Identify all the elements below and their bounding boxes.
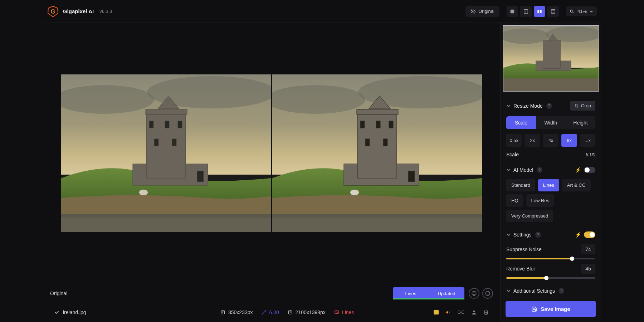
dimensions-in-icon bbox=[220, 310, 225, 315]
slider-thumb[interactable] bbox=[544, 276, 548, 280]
svg-line-10 bbox=[572, 12, 574, 13]
canvas-area[interactable] bbox=[46, 23, 497, 283]
view-single-button[interactable] bbox=[507, 6, 518, 17]
scale-0-5x[interactable]: 0.5x bbox=[506, 134, 522, 147]
result-model-label: Lines bbox=[393, 291, 429, 296]
svg-rect-40 bbox=[383, 139, 387, 146]
slider-remove-blur: Remove Blur 45 bbox=[506, 264, 595, 279]
slider-value[interactable]: 74 bbox=[581, 244, 595, 254]
settings-section-label: Settings bbox=[513, 232, 532, 238]
audio-compare-icon[interactable] bbox=[445, 309, 451, 315]
sidebar: Resize Mode ? Crop Scale Width Height 0.… bbox=[500, 23, 601, 322]
crop-button[interactable]: Crop bbox=[570, 101, 595, 111]
save-icon bbox=[531, 306, 537, 312]
svg-rect-23 bbox=[154, 139, 158, 146]
slider-value[interactable]: 45 bbox=[581, 264, 595, 274]
model-artcg[interactable]: Art & CG bbox=[562, 179, 591, 191]
view-sidebyside-button[interactable] bbox=[534, 6, 545, 17]
chevron-down-icon bbox=[506, 289, 511, 293]
color-tag-icon[interactable] bbox=[433, 309, 439, 315]
save-image-button[interactable]: Save Image bbox=[506, 301, 596, 317]
svg-rect-55 bbox=[434, 310, 439, 314]
navigator-thumbnail[interactable] bbox=[503, 25, 599, 92]
scale-label: Scale bbox=[506, 152, 519, 157]
help-icon[interactable]: ? bbox=[558, 288, 564, 294]
slider-thumb[interactable] bbox=[570, 257, 574, 261]
original-label: Original bbox=[478, 9, 494, 14]
svg-rect-22 bbox=[178, 121, 182, 128]
svg-rect-52 bbox=[288, 311, 292, 314]
scale-custom[interactable]: ...x bbox=[580, 134, 595, 147]
app-name: Gigapixel AI bbox=[63, 8, 94, 14]
topbar: G Gigapixel AI v6.3.3 Original 41% bbox=[43, 0, 601, 23]
svg-rect-6 bbox=[551, 9, 555, 13]
svg-rect-37 bbox=[376, 121, 380, 128]
scale-4x[interactable]: 4x bbox=[543, 134, 558, 147]
feedback-neutral-button[interactable] bbox=[482, 288, 493, 299]
svg-rect-18 bbox=[146, 109, 187, 114]
section-settings-header[interactable]: Settings ? ⚡ bbox=[506, 229, 595, 240]
view-grid-button[interactable] bbox=[547, 6, 559, 17]
scale-6x[interactable]: 6x bbox=[561, 134, 577, 147]
svg-rect-15 bbox=[61, 218, 271, 232]
help-icon[interactable]: ? bbox=[537, 167, 542, 173]
section-additional-header[interactable]: Additional Settings ? bbox=[506, 286, 595, 296]
result-status-label: Updated bbox=[429, 291, 464, 296]
svg-rect-25 bbox=[197, 171, 204, 182]
model-lines[interactable]: Lines bbox=[538, 179, 559, 191]
view-mode-group bbox=[506, 5, 560, 18]
scale-2x[interactable]: 2x bbox=[525, 134, 540, 147]
additional-section-label: Additional Settings bbox=[513, 288, 555, 294]
help-icon[interactable]: ? bbox=[535, 232, 541, 238]
resize-section-label: Resize Mode bbox=[513, 103, 543, 109]
gc-icon[interactable]: GC bbox=[458, 310, 465, 315]
scale-icon bbox=[262, 310, 267, 315]
svg-line-51 bbox=[262, 310, 266, 314]
svg-rect-34 bbox=[357, 109, 398, 114]
help-icon[interactable]: ? bbox=[546, 103, 552, 109]
slider-label: Suppress Noise bbox=[506, 247, 542, 252]
svg-rect-60 bbox=[503, 78, 599, 91]
model-hq[interactable]: HQ bbox=[506, 194, 523, 207]
labels-row: Original Lines Updated bbox=[46, 283, 497, 302]
resize-tab-height[interactable]: Height bbox=[566, 116, 595, 129]
slider-track[interactable] bbox=[506, 258, 595, 259]
preview-processed bbox=[272, 74, 482, 232]
chevron-down-icon bbox=[590, 10, 593, 13]
stat-output-dim: 2100x1398px bbox=[288, 309, 326, 315]
zoom-control[interactable]: 41% bbox=[566, 6, 597, 16]
stat-model: Lines bbox=[334, 309, 354, 315]
feedback-happy-button[interactable] bbox=[469, 288, 479, 299]
stat-original-dim: 350x233px bbox=[220, 309, 253, 315]
resize-tab-width[interactable]: Width bbox=[536, 116, 566, 129]
save-label: Save Image bbox=[541, 306, 570, 312]
settings-auto-toggle[interactable] bbox=[584, 231, 595, 238]
logo-title-group: G Gigapixel AI v6.3.3 bbox=[47, 6, 226, 17]
dimensions-out-icon bbox=[288, 310, 293, 315]
model-lowres[interactable]: Low Res bbox=[526, 194, 555, 207]
svg-point-54 bbox=[336, 311, 336, 312]
slider-track[interactable] bbox=[506, 277, 595, 279]
aimodel-auto-toggle[interactable] bbox=[584, 167, 595, 173]
result-pill[interactable]: Lines Updated bbox=[393, 287, 464, 299]
eye-off-icon bbox=[470, 9, 475, 14]
scale-value: 6.00 bbox=[586, 152, 595, 157]
svg-point-45 bbox=[475, 293, 475, 293]
svg-rect-4 bbox=[537, 10, 539, 13]
trash-icon[interactable] bbox=[483, 309, 489, 315]
svg-rect-5 bbox=[540, 10, 542, 13]
model-verycompressed[interactable]: Very Compressed bbox=[506, 210, 553, 222]
section-aimodel-header[interactable]: AI Model ? ⚡ bbox=[506, 165, 595, 175]
file-row: ireland.jpg 350x233px 6.00 2100x1398px L… bbox=[46, 302, 497, 322]
toggle-original-button[interactable]: Original bbox=[465, 6, 499, 17]
svg-rect-41 bbox=[408, 171, 415, 182]
svg-point-26 bbox=[139, 190, 148, 195]
view-split-button[interactable] bbox=[520, 6, 532, 17]
crop-icon bbox=[575, 104, 579, 108]
resize-tab-scale[interactable]: Scale bbox=[506, 116, 536, 129]
model-standard[interactable]: Standard bbox=[506, 179, 535, 191]
face-detect-icon[interactable] bbox=[471, 309, 477, 315]
file-name: ireland.jpg bbox=[63, 309, 86, 315]
stat-scale-factor: 6.00 bbox=[262, 309, 279, 315]
section-resize-header[interactable]: Resize Mode ? Crop bbox=[506, 99, 595, 113]
